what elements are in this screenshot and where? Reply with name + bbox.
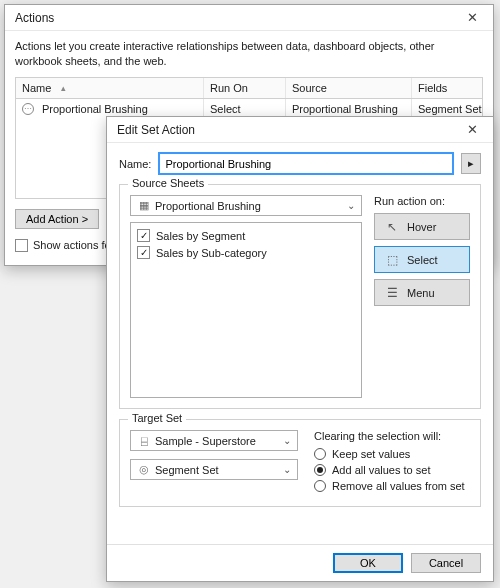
source-sheet-list: Sales by Segment Sales by Sub-category (130, 222, 362, 398)
actions-close-button[interactable]: ✕ (457, 8, 487, 28)
name-menu-button[interactable]: ▸ (461, 153, 481, 174)
radio-remove[interactable]: Remove all values from set (314, 480, 470, 492)
target-datasource-combo[interactable]: ⌸ Sample - Superstore ⌄ (130, 430, 298, 451)
actions-titlebar: Actions ✕ (5, 5, 493, 31)
edit-titlebar: Edit Set Action ✕ (107, 117, 493, 143)
datasource-icon: ⌸ (137, 435, 151, 447)
radio-icon (314, 480, 326, 492)
list-item[interactable]: Sales by Segment (137, 227, 355, 244)
radio-icon (314, 464, 326, 476)
name-input[interactable] (159, 153, 453, 174)
checkbox-icon (137, 229, 150, 242)
col-header-fields[interactable]: Fields (412, 78, 482, 98)
source-dashboard-combo[interactable]: ▦ Proportional Brushing ⌄ (130, 195, 362, 216)
actions-intro: Actions let you create interactive relat… (15, 39, 483, 69)
run-hover-button[interactable]: ↖ Hover (374, 213, 470, 240)
checkbox-icon (15, 239, 28, 252)
run-action-label: Run action on: (374, 195, 470, 207)
checkbox-icon (137, 246, 150, 259)
add-action-button[interactable]: Add Action > (15, 209, 99, 229)
set-icon: ◎ (137, 463, 151, 476)
dashboard-icon: ▦ (137, 199, 151, 212)
actions-title: Actions (15, 11, 54, 25)
run-menu-button[interactable]: ☰ Menu (374, 279, 470, 306)
select-icon: ⬚ (385, 253, 399, 267)
menu-icon: ☰ (385, 286, 399, 300)
list-item[interactable]: Sales by Sub-category (137, 244, 355, 261)
col-header-source[interactable]: Source (286, 78, 412, 98)
edit-title: Edit Set Action (117, 123, 195, 137)
target-set-combo[interactable]: ◎ Segment Set ⌄ (130, 459, 298, 480)
chevron-down-icon: ⌄ (283, 464, 291, 475)
target-set-group: Target Set ⌸ Sample - Superstore ⌄ ◎ Seg… (119, 419, 481, 507)
run-select-button[interactable]: ⬚ Select (374, 246, 470, 273)
source-sheets-title: Source Sheets (128, 177, 208, 189)
name-label: Name: (119, 158, 151, 170)
radio-keep[interactable]: Keep set values (314, 448, 470, 460)
radio-icon (314, 448, 326, 460)
edit-close-button[interactable]: ✕ (457, 120, 487, 140)
chevron-down-icon: ⌄ (347, 200, 355, 211)
set-action-icon: ⋯ (22, 103, 34, 115)
ok-button[interactable]: OK (333, 553, 403, 573)
dialog-button-row: OK Cancel (107, 544, 493, 581)
clearing-label: Clearing the selection will: (314, 430, 470, 442)
source-sheets-group: Source Sheets ▦ Proportional Brushing ⌄ … (119, 184, 481, 409)
chevron-right-icon: ▸ (468, 157, 474, 170)
col-header-runon[interactable]: Run On (204, 78, 286, 98)
edit-set-action-window: Edit Set Action ✕ Name: ▸ Source Sheets … (106, 116, 494, 582)
col-header-name[interactable]: Name ▴ (16, 78, 204, 98)
cancel-button[interactable]: Cancel (411, 553, 481, 573)
target-set-title: Target Set (128, 412, 186, 424)
sort-asc-icon: ▴ (61, 83, 66, 93)
chevron-down-icon: ⌄ (283, 435, 291, 446)
show-actions-checkbox[interactable]: Show actions for (15, 239, 114, 252)
actions-grid-header: Name ▴ Run On Source Fields (15, 77, 483, 99)
radio-add[interactable]: Add all values to set (314, 464, 470, 476)
hover-icon: ↖ (385, 220, 399, 234)
